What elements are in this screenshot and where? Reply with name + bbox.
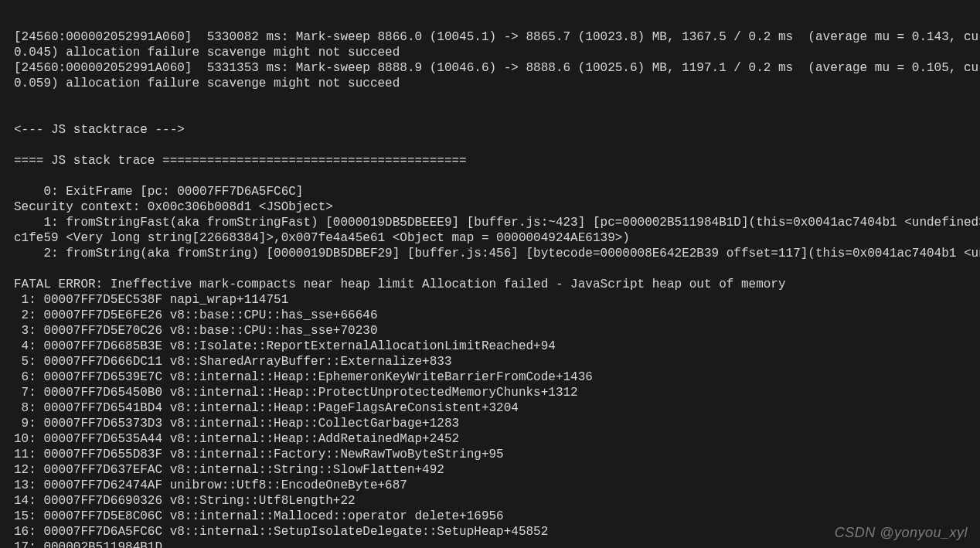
terminal-line: 3: 00007FF7D5E70C26 v8::base::CPU::has_s…	[14, 323, 980, 339]
terminal-line: 17: 000002B511984B1D	[14, 539, 980, 548]
terminal-line: 2: 00007FF7D5E6FE26 v8::base::CPU::has_s…	[14, 308, 980, 323]
terminal-line: 2: fromString(aka fromString) [0000019DB…	[14, 246, 980, 261]
terminal-line: 16: 00007FF7D6A5FC6C v8::internal::Setup…	[14, 524, 980, 539]
terminal-line: ==== JS stack trace ====================…	[14, 153, 980, 168]
terminal-line: 0: ExitFrame [pc: 00007FF7D6A5FC6C]	[14, 184, 980, 199]
terminal-line	[14, 261, 980, 277]
terminal-line	[14, 91, 980, 107]
terminal-line: Security context: 0x00c306b008d1 <JSObje…	[14, 199, 980, 215]
terminal-line: 8: 00007FF7D6541BD4 v8::internal::Heap::…	[14, 400, 980, 416]
terminal-line: 0.059) allocation failure scavenge might…	[14, 76, 980, 91]
terminal-line: [24560:000002052991A060] 5330082 ms: Mar…	[14, 29, 980, 45]
terminal-line	[14, 168, 980, 184]
terminal-line: 12: 00007FF7D637EFAC v8::internal::Strin…	[14, 462, 980, 478]
terminal-line: 15: 00007FF7D5E8C06C v8::internal::Mallo…	[14, 509, 980, 524]
terminal-line: 13: 00007FF7D62474AF unibrow::Utf8::Enco…	[14, 478, 980, 493]
terminal-line: 14: 00007FF7D6690326 v8::String::Utf8Len…	[14, 493, 980, 509]
terminal-line: 4: 00007FF7D6685B3E v8::Isolate::ReportE…	[14, 339, 980, 354]
terminal-line: 1: 00007FF7D5EC538F napi_wrap+114751	[14, 292, 980, 308]
terminal-line: <--- JS stacktrace --->	[14, 122, 980, 138]
terminal-line: [24560:000002052991A060] 5331353 ms: Mar…	[14, 60, 980, 76]
terminal-line: 10: 00007FF7D6535A44 v8::internal::Heap:…	[14, 431, 980, 447]
terminal-line: 5: 00007FF7D666DC11 v8::SharedArrayBuffe…	[14, 354, 980, 369]
terminal-line: 7: 00007FF7D65450B0 v8::internal::Heap::…	[14, 385, 980, 400]
terminal-line: 6: 00007FF7D6539E7C v8::internal::Heap::…	[14, 369, 980, 385]
terminal-line: 9: 00007FF7D65373D3 v8::internal::Heap::…	[14, 416, 980, 431]
terminal-line: 1: fromStringFast(aka fromStringFast) [0…	[14, 215, 980, 230]
terminal-line	[14, 138, 980, 153]
terminal-output: [24560:000002052991A060] 5330082 ms: Mar…	[0, 0, 980, 548]
terminal-line: 11: 00007FF7D655D83F v8::internal::Facto…	[14, 447, 980, 462]
terminal-line: 0.045) allocation failure scavenge might…	[14, 45, 980, 60]
terminal-line	[14, 107, 980, 122]
terminal-line: c1fe59 <Very long string[22668384]>,0x00…	[14, 230, 980, 246]
terminal-line: FATAL ERROR: Ineffective mark-compacts n…	[14, 277, 980, 292]
